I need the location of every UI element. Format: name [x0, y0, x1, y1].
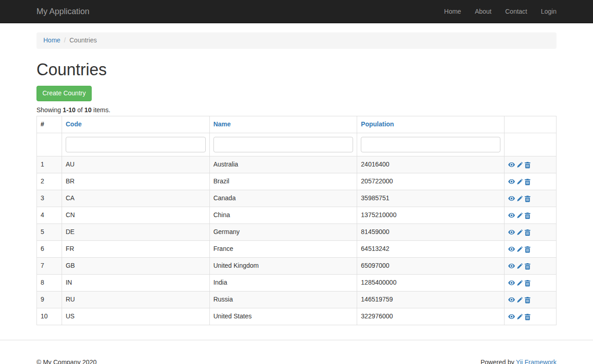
- delete-trash-icon[interactable]: [525, 162, 531, 168]
- name-cell: Germany: [209, 224, 357, 241]
- nav-link-contact[interactable]: Contact: [498, 0, 534, 23]
- name-cell: France: [209, 241, 357, 258]
- view-eye-icon[interactable]: [508, 196, 515, 202]
- delete-trash-icon[interactable]: [525, 297, 531, 303]
- view-eye-icon[interactable]: [508, 179, 515, 185]
- index-cell: 5: [37, 224, 62, 241]
- index-cell: 10: [37, 308, 62, 325]
- update-pencil-icon[interactable]: [517, 229, 523, 235]
- delete-trash-icon[interactable]: [525, 263, 531, 270]
- view-eye-icon[interactable]: [508, 213, 515, 218]
- delete-trash-icon[interactable]: [525, 179, 531, 185]
- nav-link-home[interactable]: Home: [437, 0, 468, 23]
- table-row: 3CACanada35985751: [37, 190, 557, 207]
- delete-trash-icon[interactable]: [525, 213, 531, 219]
- code-cell: RU: [62, 291, 209, 308]
- action-cell: [505, 156, 557, 173]
- population-cell: 24016400: [357, 156, 505, 173]
- view-eye-icon[interactable]: [508, 246, 515, 252]
- nav-link-about[interactable]: About: [468, 0, 499, 23]
- code-cell: IN: [62, 275, 209, 291]
- update-pencil-icon[interactable]: [517, 179, 523, 185]
- action-cell: [505, 241, 557, 258]
- update-pencil-icon[interactable]: [517, 213, 523, 218]
- powered-by-text: Powered by Yii Framework: [480, 358, 557, 364]
- sort-link-code[interactable]: Code: [66, 120, 82, 128]
- powered-by-prefix: Powered by: [480, 359, 516, 364]
- code-cell: CA: [62, 190, 209, 207]
- view-eye-icon[interactable]: [508, 314, 515, 320]
- table-row: 9RURussia146519759: [37, 291, 557, 308]
- action-cell: [505, 190, 557, 207]
- delete-trash-icon[interactable]: [525, 246, 531, 253]
- summary-range: 1-10: [63, 106, 76, 114]
- name-cell: India: [209, 275, 357, 291]
- index-cell: 1: [37, 156, 62, 173]
- nav-link-login[interactable]: Login: [534, 0, 563, 23]
- action-cell: [505, 173, 557, 190]
- breadcrumb-current: Countries: [69, 36, 97, 45]
- index-cell: 3: [37, 190, 62, 207]
- update-pencil-icon[interactable]: [517, 162, 523, 168]
- code-cell: DE: [62, 224, 209, 241]
- column-header-actions: [505, 116, 557, 133]
- view-eye-icon[interactable]: [508, 229, 515, 235]
- create-country-button[interactable]: Create Country: [36, 86, 92, 101]
- population-cell: 205722000: [357, 173, 505, 190]
- code-cell: CN: [62, 207, 209, 224]
- delete-trash-icon[interactable]: [525, 229, 531, 236]
- population-cell: 1375210000: [357, 207, 505, 224]
- view-eye-icon[interactable]: [508, 162, 515, 168]
- index-cell: 7: [37, 258, 62, 275]
- table-row: 8INIndia1285400000: [37, 275, 557, 291]
- sort-link-name[interactable]: Name: [213, 120, 231, 128]
- delete-trash-icon[interactable]: [525, 196, 531, 202]
- table-row: 7GBUnited Kingdom65097000: [37, 258, 557, 275]
- table-filter-row: [37, 133, 557, 156]
- action-cell: [505, 275, 557, 291]
- update-pencil-icon[interactable]: [517, 297, 523, 303]
- view-eye-icon[interactable]: [508, 297, 515, 303]
- update-pencil-icon[interactable]: [517, 263, 523, 269]
- countries-table: # Code Name Population 1AUAustralia24016…: [36, 116, 557, 325]
- delete-trash-icon[interactable]: [525, 314, 531, 320]
- population-cell: 322976000: [357, 308, 505, 325]
- view-eye-icon[interactable]: [508, 280, 515, 286]
- action-cell: [505, 224, 557, 241]
- copyright-text: © My Company 2020: [36, 358, 97, 364]
- name-filter-input[interactable]: [213, 137, 354, 152]
- summary-prefix: Showing: [36, 106, 63, 114]
- code-cell: FR: [62, 241, 209, 258]
- index-cell: 9: [37, 291, 62, 308]
- table-row: 6FRFrance64513242: [37, 241, 557, 258]
- code-filter-input[interactable]: [66, 137, 206, 152]
- index-cell: 6: [37, 241, 62, 258]
- name-cell: Russia: [209, 291, 357, 308]
- navbar-brand[interactable]: My Application: [36, 0, 89, 23]
- population-cell: 146519759: [357, 291, 505, 308]
- action-cell: [505, 207, 557, 224]
- delete-trash-icon[interactable]: [525, 280, 531, 286]
- code-cell: US: [62, 308, 209, 325]
- action-cell: [505, 291, 557, 308]
- name-cell: Brazil: [209, 173, 357, 190]
- name-cell: China: [209, 207, 357, 224]
- index-cell: 2: [37, 173, 62, 190]
- summary-suffix: items.: [92, 106, 110, 114]
- update-pencil-icon[interactable]: [517, 196, 523, 202]
- population-cell: 81459000: [357, 224, 505, 241]
- grid-summary: Showing 1-10 of 10 items.: [36, 106, 557, 115]
- yii-framework-link[interactable]: Yii Framework: [516, 359, 557, 364]
- update-pencil-icon[interactable]: [517, 246, 523, 252]
- name-cell: Australia: [209, 156, 357, 173]
- update-pencil-icon[interactable]: [517, 314, 523, 320]
- sort-link-population[interactable]: Population: [361, 120, 394, 128]
- breadcrumb-home-link[interactable]: Home: [43, 36, 60, 44]
- population-filter-input[interactable]: [361, 137, 500, 152]
- update-pencil-icon[interactable]: [517, 280, 523, 286]
- population-cell: 64513242: [357, 241, 505, 258]
- breadcrumb-separator: /: [60, 36, 69, 45]
- code-cell: GB: [62, 258, 209, 275]
- population-cell: 65097000: [357, 258, 505, 275]
- view-eye-icon[interactable]: [508, 263, 515, 269]
